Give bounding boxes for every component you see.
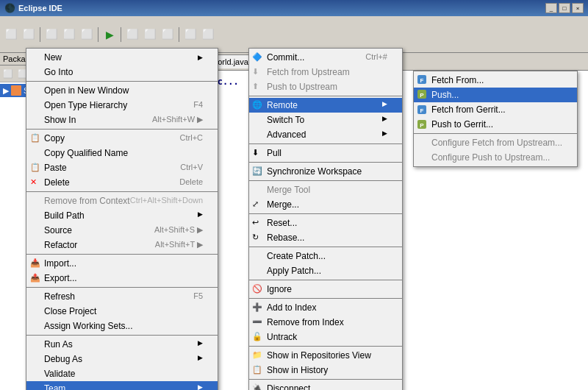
toolbar-btn-1[interactable]: ⬜ — [3, 26, 19, 43]
remove-index-icon: ➖ — [252, 317, 262, 327]
toolbar-btn-7[interactable]: ⬜ — [124, 26, 140, 43]
menu-item-delete[interactable]: ✕ Delete Delete — [26, 175, 218, 190]
menu-item-open-type[interactable]: Open Type Hierarchy F4 — [26, 98, 218, 113]
menu-sep-5 — [26, 287, 218, 288]
toolbar-btn-9[interactable]: ⬜ — [159, 26, 176, 43]
remote-menu-item-push[interactable]: P Push... — [414, 88, 577, 102]
arrow-switch: ▶ — [382, 115, 387, 125]
team-menu-item-apply-patch[interactable]: Apply Patch... — [249, 263, 402, 278]
menu-item-refresh[interactable]: Refresh F5 — [26, 289, 218, 304]
menu-label-delete: Delete — [44, 177, 70, 188]
menu-item-paste[interactable]: 📋 Paste Ctrl+V — [26, 160, 218, 175]
team-menu-item-reset[interactable]: ↩ Reset... — [249, 216, 402, 230]
remote-menu-item-push-gerrit[interactable]: P Push to Gerrit... — [414, 117, 577, 132]
menu-item-import[interactable]: 📥 Import... — [26, 256, 218, 271]
toolbar-btn-10[interactable]: ⬜ — [182, 26, 198, 43]
team-menu-item-sync[interactable]: 🔄 Synchronize Workspace — [249, 164, 402, 179]
team-menu-item-ignore[interactable]: 🚫 Ignore — [249, 282, 402, 297]
team-menu-item-fetch-upstream[interactable]: ⬇ Fetch from Upstream — [249, 65, 402, 79]
team-menu-item-create-patch[interactable]: Create Patch... — [249, 249, 402, 263]
team-menu-item-remove-index[interactable]: ➖ Remove from Index — [249, 315, 402, 330]
team-menu-item-show-history[interactable]: 📋 Show in History — [249, 363, 402, 377]
menu-item-team[interactable]: Team ▶ — [26, 381, 218, 390]
title-bar: 🌑 Eclipse IDE _ □ × — [0, 0, 588, 16]
team-sep-8 — [249, 298, 402, 299]
remote-menu-item-fetch-from[interactable]: F Fetch From... — [414, 73, 577, 88]
team-label-commit: Commit... — [267, 52, 304, 63]
context-menu-remote: F Fetch From... P Push... F Fetch from G… — [413, 71, 578, 167]
remote-menu-item-configure-fetch[interactable]: Configure Fetch from Upstream... — [414, 135, 577, 150]
untrack-icon: 🔓 — [252, 332, 262, 341]
team-menu-item-merge-tool[interactable]: Merge Tool — [249, 182, 402, 197]
team-menu-item-disconnect[interactable]: 🔌 Disconnect — [249, 381, 402, 390]
menu-label-import: Import... — [44, 258, 76, 269]
menu-item-debug-as[interactable]: Debug As ▶ — [26, 352, 218, 366]
menu-label-team: Team — [44, 383, 65, 390]
team-menu-item-remote[interactable]: 🌐 Remote ▶ — [249, 98, 402, 113]
menu-item-new[interactable]: New ▶ — [26, 50, 218, 65]
sync-icon: 🔄 — [252, 166, 262, 176]
menu-item-run-as[interactable]: Run As ▶ — [26, 337, 218, 352]
team-label-remove-index: Remove from Index — [267, 317, 344, 327]
maximize-button[interactable]: □ — [559, 3, 570, 13]
svg-text:P: P — [420, 92, 424, 99]
menu-item-copy-qualified[interactable]: Copy Qualified Name — [26, 146, 218, 160]
shortcut-refactor: Alt+Shift+T ▶ — [155, 240, 203, 250]
svg-text:F: F — [420, 107, 424, 114]
pe-toolbar-btn-1[interactable]: ⬜ — [1, 67, 15, 80]
menu-label-remove-context: Remove from Context — [44, 196, 130, 206]
disconnect-icon: 🔌 — [252, 383, 262, 390]
pull-icon: ⬇ — [252, 148, 259, 157]
team-menu-item-untrack[interactable]: 🔓 Untrack — [249, 330, 402, 344]
remote-menu-item-configure-push[interactable]: Configure Push to Upstream... — [414, 150, 577, 165]
team-sep-10 — [249, 379, 402, 380]
remote-label-fetch-gerrit: Fetch from Gerrit... — [431, 104, 506, 115]
team-menu-item-pull[interactable]: ⬇ Pull — [249, 146, 402, 160]
team-label-add-index: Add to Index — [267, 302, 316, 313]
remote-sep-1 — [414, 133, 577, 134]
menu-sep-6 — [26, 335, 218, 336]
team-sep-6 — [249, 247, 402, 247]
menu-item-copy[interactable]: 📋 Copy Ctrl+C — [26, 131, 218, 146]
menu-item-refactor[interactable]: Refactor Alt+Shift+T ▶ — [26, 238, 218, 252]
menu-item-show-in[interactable]: Show In Alt+Shift+W ▶ — [26, 113, 218, 127]
menu-label-build-path: Build Path — [44, 210, 85, 221]
team-menu-item-commit[interactable]: 🔷 Commit... Ctrl+# — [249, 50, 402, 65]
remote-menu-item-fetch-gerrit[interactable]: F Fetch from Gerrit... — [414, 102, 577, 117]
menu-label-close-project: Close Project — [44, 306, 96, 316]
toolbar-separator-1 — [40, 27, 40, 42]
menu-item-validate[interactable]: Validate — [26, 366, 218, 381]
menu-item-export[interactable]: 📤 Export... — [26, 271, 218, 286]
team-menu-item-merge[interactable]: ⤢ Merge... — [249, 197, 402, 212]
toolbar-btn-8[interactable]: ⬜ — [142, 26, 158, 43]
team-label-untrack: Untrack — [267, 332, 297, 342]
menu-item-close-project[interactable]: Close Project — [26, 304, 218, 319]
team-label-sync: Synchronize Workspace — [267, 166, 362, 177]
toolbar-btn-6[interactable]: ▶ — [101, 26, 118, 43]
menu-label-validate: Validate — [44, 369, 75, 379]
menu-item-source[interactable]: Source Alt+Shift+S ▶ — [26, 223, 218, 238]
menu-item-go-into[interactable]: Go Into — [26, 65, 218, 79]
menu-label-run-as: Run As — [44, 339, 73, 350]
team-menu-item-add-index[interactable]: ➕ Add to Index — [249, 300, 402, 315]
menu-label-export: Export... — [44, 273, 77, 283]
team-menu-item-push-upstream[interactable]: ⬆ Push to Upstream — [249, 79, 402, 94]
menu-item-build-path[interactable]: Build Path ▶ — [26, 208, 218, 223]
team-menu-item-switch-to[interactable]: Switch To ▶ — [249, 113, 402, 127]
toolbar-btn-5[interactable]: ⬜ — [79, 26, 95, 43]
team-menu-item-advanced[interactable]: Advanced ▶ — [249, 127, 402, 142]
team-menu-item-rebase[interactable]: ↻ Rebase... — [249, 230, 402, 245]
toolbar-btn-4[interactable]: ⬜ — [61, 26, 77, 43]
toolbar-btn-2[interactable]: ⬜ — [21, 26, 37, 43]
menu-item-open-new-window[interactable]: Open in New Window — [26, 83, 218, 98]
menu-item-assign-working[interactable]: Assign Working Sets... — [26, 319, 218, 333]
menu-label-open-type: Open Type Hierarchy — [44, 100, 127, 110]
toolbar-btn-11[interactable]: ⬜ — [200, 26, 216, 43]
toolbar-btn-3[interactable]: ⬜ — [43, 26, 60, 43]
remote-label-configure-push: Configure Push to Upstream... — [431, 152, 550, 163]
close-button[interactable]: × — [572, 3, 584, 13]
minimize-button[interactable]: _ — [545, 3, 557, 13]
team-menu-item-show-repos[interactable]: 📁 Show in Repositories View — [249, 348, 402, 363]
menu-item-remove-context[interactable]: Remove from Context Ctrl+Alt+Shift+Down — [26, 194, 218, 208]
shortcut-refresh: F5 — [193, 291, 203, 302]
